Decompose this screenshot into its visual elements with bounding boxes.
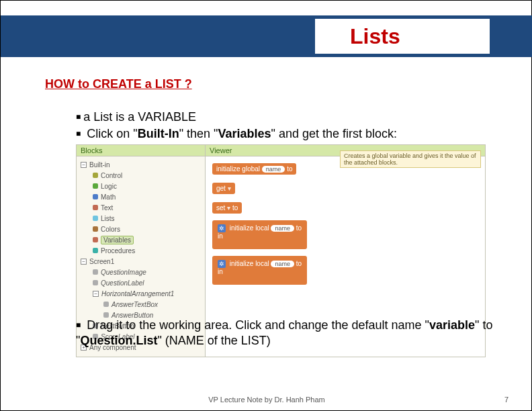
- component-icon: [103, 312, 109, 318]
- tree-procedures[interactable]: Procedures: [81, 245, 201, 256]
- bullets-top: ■a List is a VARIABLE ■ Click on "Built-…: [76, 109, 397, 144]
- section-heading: HOW to CREATE a LIST ?: [45, 77, 192, 91]
- tree-qlabel[interactable]: QuestionLabel: [81, 277, 201, 288]
- block-set[interactable]: set ▾ to: [212, 201, 478, 220]
- block-init-local-2[interactable]: ✲ initialize local name to in: [212, 256, 478, 291]
- category-icon: [93, 226, 98, 232]
- bullet-2: ■ Click on "Built-In" then "Variables" a…: [76, 126, 397, 142]
- minus-icon[interactable]: −: [81, 162, 87, 168]
- component-icon: [93, 269, 98, 275]
- category-icon: [93, 183, 98, 189]
- tree-qimage[interactable]: QuestionImage: [81, 267, 201, 277]
- minus-icon[interactable]: −: [81, 259, 87, 265]
- block-init-local-1[interactable]: ✲ initialize local name to in: [212, 220, 478, 256]
- slide: Lists HOW to CREATE a LIST ? ■a List is …: [0, 0, 532, 411]
- gear-icon[interactable]: ✲: [218, 260, 226, 268]
- gear-icon[interactable]: ✲: [218, 224, 226, 232]
- blocks-pane-header: Blocks: [77, 145, 205, 156]
- category-icon: [93, 205, 98, 210]
- tree-math[interactable]: Math: [81, 191, 201, 202]
- tree-text[interactable]: Text: [81, 202, 201, 213]
- tree-variables[interactable]: Variables: [81, 234, 201, 245]
- component-icon: [93, 280, 98, 285]
- category-icon: [93, 173, 98, 178]
- bullet-1: ■a List is a VARIABLE: [76, 109, 397, 125]
- title-text: Lists: [350, 24, 400, 49]
- tree-colors[interactable]: Colors: [81, 224, 201, 234]
- category-icon: [93, 216, 98, 221]
- block-tooltip: Creates a global variable and gives it t…: [340, 150, 481, 168]
- tree-ans[interactable]: AnswerTextBox: [81, 299, 201, 310]
- tree-harr[interactable]: −HorizontalArrangement1: [81, 288, 201, 299]
- tree-control[interactable]: Control: [81, 170, 201, 181]
- page-number: 7: [504, 396, 508, 404]
- tree-builtin[interactable]: −Built-in: [81, 159, 201, 170]
- bullet-square-icon: ■: [76, 129, 81, 138]
- bullet-square-icon: ■: [76, 112, 81, 122]
- footer-credit: VP Lecture Note by Dr. Hanh Pham: [208, 396, 324, 404]
- bullet-square-icon: ■: [76, 320, 81, 330]
- bullets-bottom: ■ Drag it to the working area. Click and…: [76, 318, 498, 348]
- tree-lists[interactable]: Lists: [81, 213, 201, 224]
- category-icon: [93, 237, 98, 242]
- tree-screen1[interactable]: −Screen1: [81, 256, 201, 267]
- block-get[interactable]: get ▾: [212, 181, 478, 201]
- category-icon: [93, 194, 98, 199]
- title-bar: Lists: [1, 15, 532, 57]
- tree-logic[interactable]: Logic: [81, 181, 201, 191]
- component-icon: [103, 302, 109, 307]
- category-icon: [93, 248, 98, 253]
- minus-icon[interactable]: −: [93, 291, 99, 297]
- title-inner: Lists: [315, 19, 490, 54]
